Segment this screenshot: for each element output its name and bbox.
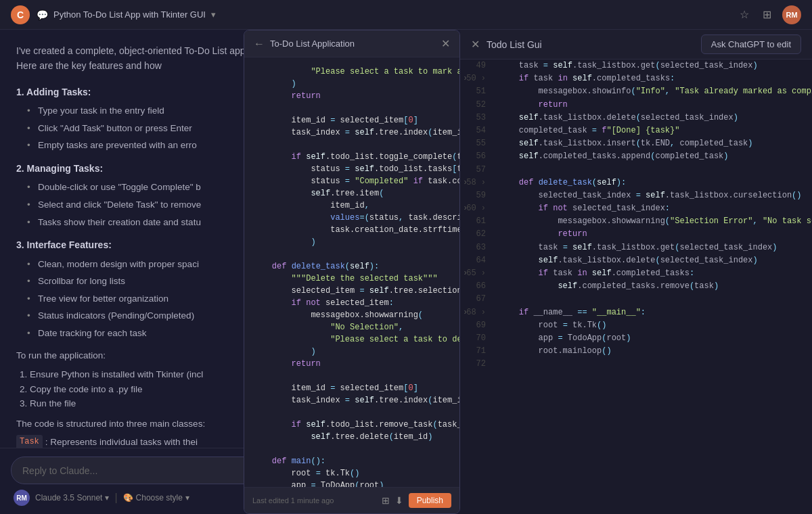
code-row: 63 task = self.task_listbox.get(selected… [460, 241, 812, 254]
code-panel-back-button[interactable]: ← [254, 38, 265, 50]
line-code: completed_task = f"[Done] {task}" [494, 124, 812, 137]
copy-button[interactable]: ⊞ [382, 495, 390, 506]
line-code: messagebox.showwarning("Selection Error"… [494, 215, 812, 228]
settings-button[interactable]: ⊞ [760, 5, 774, 24]
code-row: 65 › if task in self.completed_tasks: [460, 267, 812, 280]
publish-button[interactable]: Publish [409, 493, 451, 508]
ask-gpt-button[interactable]: Ask ChatGPT to edit [701, 34, 801, 54]
code-row: 67 [460, 293, 812, 306]
line-code: def delete_task(self): [494, 177, 812, 189]
code-row: 51 messagebox.showinfo("Info", "Task alr… [460, 85, 812, 98]
line-code: app = TodoApp(root) [494, 332, 812, 345]
code-line: task_index = self.tree.index(item_id) [252, 394, 451, 406]
code-line: if not selected_item: [252, 297, 451, 309]
line-code: if __name__ == "__main__": [494, 306, 812, 319]
code-panel-header: ← To-Do List Application ✕ [244, 30, 459, 57]
code-line: item_id = selected_item[0] [252, 382, 451, 394]
code-line: task_index = self.tree.index(item_id) [252, 126, 451, 139]
code-line: self.tree.item( [252, 187, 451, 200]
code-line: "Please select a task to delete." [252, 333, 451, 346]
code-panel-close-button[interactable]: ✕ [441, 37, 450, 50]
code-line: app = ToDoApp(root) [252, 480, 451, 487]
line-code: task = self.task_listbox.get(selected_ta… [494, 241, 812, 254]
download-button[interactable]: ⬇ [395, 495, 403, 506]
code-panel: ← To-Do List Application ✕ "Please selec… [244, 30, 460, 514]
line-number: 56 [460, 150, 494, 163]
palette-icon: 🎨 [123, 493, 133, 503]
footer-actions: ⊞ ⬇ Publish [382, 493, 451, 508]
code-line: self.tree.delete(item_id) [252, 431, 451, 443]
line-code: messagebox.showinfo("Info", "Task alread… [494, 85, 812, 98]
code-row: 56 self.completed_tasks.append(completed… [460, 150, 812, 163]
code-row: 50 › if task in self.completed_tasks: [460, 72, 812, 85]
code-panel-footer: Last edited 1 minute ago ⊞ ⬇ Publish [244, 487, 459, 513]
line-code: root.mainloop() [494, 345, 812, 358]
line-number: 66 [460, 280, 494, 293]
line-number: 57 [460, 164, 494, 177]
code-line [252, 248, 451, 260]
line-number: 64 [460, 254, 494, 267]
code-line [252, 139, 451, 151]
line-number: 67 [460, 293, 494, 306]
right-close-button[interactable]: ✕ [471, 38, 480, 51]
code-row: 53 self.task_listbox.delete(selected_tas… [460, 112, 812, 124]
code-line [252, 102, 451, 114]
line-number: 69 [460, 319, 494, 332]
header-actions: ☆ ⊞ RM [737, 5, 801, 24]
model-selector[interactable]: Claude 3.5 Sonnet ▾ [35, 493, 109, 503]
code-row: 49 task = self.task_listbox.get(selected… [460, 60, 812, 72]
code-row: 54 completed_task = f"[Done] {task}" [460, 124, 812, 137]
line-code: self.completed_tasks.remove(task) [494, 280, 812, 293]
code-row: 57 [460, 164, 812, 177]
code-panel-title: To-Do List Application [270, 39, 441, 49]
line-code: return [494, 99, 812, 112]
code-row: 64 self.task_listbox.delete(selected_tas… [460, 254, 812, 267]
right-panel-header: ✕ Todo List Gui Ask ChatGPT to edit [460, 30, 812, 60]
line-code: if task in self.completed_tasks: [494, 267, 812, 280]
code-line [252, 370, 451, 382]
line-code: self.task_listbox.delete(selected_task_i… [494, 112, 812, 124]
line-number: 49 [460, 60, 494, 72]
code-line: status = self.todo_list.tasks[task_index… [252, 163, 451, 175]
code-line [252, 406, 451, 419]
app-logo: C [11, 5, 30, 24]
line-code: self.task_listbox.insert(tk.END, complet… [494, 137, 812, 150]
main-layout: I've created a complete, object-oriented… [0, 30, 812, 514]
line-number: 72 [460, 358, 494, 371]
code-row: 59 selected_task_index = self.task_listb… [460, 189, 812, 202]
code-row: 62 return [460, 228, 812, 241]
line-number: 50 › [460, 72, 494, 85]
line-code: self.task_listbox.delete(selected_task_i… [494, 254, 812, 267]
line-number: 62 [460, 228, 494, 241]
right-panel-actions: Ask ChatGPT to edit [701, 34, 801, 54]
code-line: if self.todo_list.remove_task(task_index… [252, 419, 451, 431]
code-line: ) [252, 78, 451, 90]
chat-panel: I've created a complete, object-oriented… [0, 30, 460, 514]
line-number: 61 [460, 215, 494, 228]
code-row: 72 [460, 358, 812, 371]
line-code: if task in self.completed_tasks: [494, 72, 812, 85]
line-number: 65 › [460, 267, 494, 280]
code-row: 69 root = tk.Tk() [460, 319, 812, 332]
line-number: 51 [460, 85, 494, 98]
code-row: 55 self.task_listbox.insert(tk.END, comp… [460, 137, 812, 150]
line-code: if not selected_task_index: [494, 202, 812, 215]
code-row: 70 app = TodoApp(root) [460, 332, 812, 345]
line-code: task = self.task_listbox.get(selected_ta… [494, 60, 812, 72]
code-row: 71 root.mainloop() [460, 345, 812, 358]
code-line: values=(status, task.description, [252, 212, 451, 224]
star-button[interactable]: ☆ [737, 5, 752, 24]
code-viewer: 49 task = self.task_listbox.get(selected… [460, 60, 812, 514]
code-line: "No Selection", [252, 321, 451, 333]
code-line: ) [252, 346, 451, 358]
line-number: 54 [460, 124, 494, 137]
style-selector[interactable]: 🎨 Choose style ▾ [123, 493, 189, 503]
code-line: item_id = selected_item[0] [252, 114, 451, 126]
code-line: selected_item = self.tree.selection() [252, 285, 451, 297]
code-row: 60 › if not selected_task_index: [460, 202, 812, 215]
line-number: 71 [460, 345, 494, 358]
chat-placeholder: Reply to Claude... [22, 465, 97, 476]
chat-footer-left: RM Claude 3.5 Sonnet ▾ | 🎨 Choose style … [14, 490, 189, 506]
header-title-area: 💬 Python To-Do List App with Tkinter GUI… [37, 9, 216, 20]
user-avatar: RM [782, 5, 801, 24]
